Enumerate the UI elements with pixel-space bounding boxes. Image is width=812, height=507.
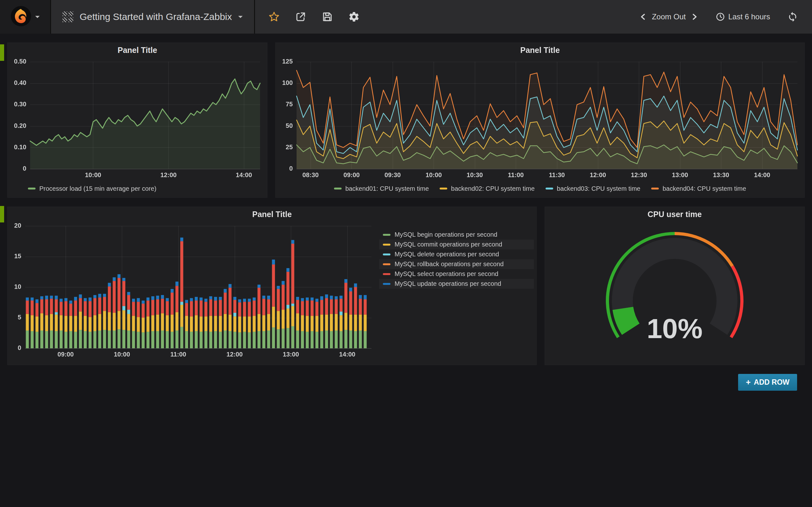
dashboard-title: Getting Started with Grafana-Zabbix	[80, 11, 232, 22]
legend-marker	[383, 273, 391, 275]
add-row-button[interactable]: + ADD ROW	[738, 374, 797, 391]
plus-icon: +	[746, 377, 751, 387]
legend-item[interactable]: MySQL delete operations per second	[379, 249, 534, 259]
panel-legend: backend01: CPU system time backend02: CP…	[275, 181, 804, 195]
legend-marker	[383, 244, 391, 245]
cpu-system-time-chart[interactable]	[278, 57, 803, 181]
chevron-right-icon	[690, 13, 699, 21]
dashboard-body: Panel Title Processor load (15 min avera…	[0, 34, 812, 391]
grafana-main-menu-button[interactable]	[0, 0, 51, 34]
star-button[interactable]	[268, 11, 280, 22]
legend-item[interactable]: MySQL commit operations per second	[379, 239, 534, 249]
add-row-bar: + ADD ROW	[7, 374, 805, 391]
share-button[interactable]	[295, 11, 306, 22]
clock-icon	[716, 12, 725, 21]
svg-text:10%: 10%	[647, 313, 703, 344]
row-toggle-strip[interactable]	[0, 44, 4, 61]
time-back-button[interactable]	[639, 13, 647, 21]
chevron-left-icon	[639, 13, 647, 21]
legend-item[interactable]: MySQL select operations per second	[379, 269, 534, 279]
dashboard-grid-icon	[62, 11, 73, 22]
legend-marker	[334, 187, 342, 189]
panel-legend: MySQL begin operations per second MySQL …	[379, 222, 537, 361]
panel-title[interactable]: Panel Title	[275, 43, 804, 57]
legend-item[interactable]: backend02: CPU system time	[440, 185, 535, 192]
dashboard-row-1: Panel Title Processor load (15 min avera…	[7, 43, 805, 198]
panel-title[interactable]: Panel Title	[8, 43, 267, 57]
legend-marker	[383, 253, 391, 256]
refresh-button[interactable]	[787, 11, 798, 22]
panel-cpu-system-time: Panel Title backend01: CPU system time b…	[275, 43, 805, 198]
caret-down-icon	[238, 16, 243, 20]
legend-item[interactable]: MySQL begin operations per second	[379, 230, 534, 239]
mysql-operations-chart[interactable]	[10, 222, 376, 361]
grafana-logo-icon	[10, 6, 32, 28]
legend-item[interactable]: backend03: CPU system time	[546, 185, 641, 192]
panel-legend: Processor load (15 min average per core)	[8, 181, 267, 195]
legend-item[interactable]: backend04: CPU system time	[651, 185, 746, 192]
gear-icon	[348, 11, 360, 22]
panel-mysql-operations: Panel Title MySQL begin operations per s…	[7, 207, 537, 365]
dashboard-row-2: Panel Title MySQL begin operations per s…	[7, 207, 805, 365]
legend-marker	[651, 187, 659, 189]
share-icon	[295, 11, 306, 22]
dashboard-actions	[255, 0, 373, 34]
time-controls: Zoom Out Last 6 hours	[639, 11, 812, 22]
legend-item[interactable]: backend01: CPU system time	[334, 185, 429, 192]
refresh-icon	[787, 11, 798, 22]
dashboard-title-button[interactable]: Getting Started with Grafana-Zabbix	[51, 0, 255, 34]
legend-item[interactable]: Processor load (15 min average per core)	[39, 185, 156, 192]
star-icon	[268, 11, 280, 22]
legend-marker	[440, 187, 447, 189]
panel-processor-load: Panel Title Processor load (15 min avera…	[7, 43, 267, 198]
zoom-out-button[interactable]: Zoom Out	[652, 12, 686, 21]
panel-cpu-user-time: CPU user time 10%	[545, 207, 805, 365]
panel-title[interactable]: CPU user time	[545, 207, 804, 222]
cpu-user-time-gauge: 10%	[545, 222, 804, 363]
processor-load-chart[interactable]	[10, 57, 265, 181]
time-range-label: Last 6 hours	[728, 12, 770, 21]
grafana-dashboard: Getting Started with Grafana-Zabbix	[0, 0, 812, 507]
panel-title[interactable]: Panel Title	[8, 207, 537, 222]
legend-marker	[383, 283, 391, 285]
legend-item[interactable]: MySQL rollback operations per second	[379, 259, 534, 269]
save-icon	[322, 11, 333, 22]
caret-down-icon	[35, 16, 40, 20]
legend-marker	[546, 187, 553, 189]
legend-marker	[383, 263, 391, 265]
time-forward-button[interactable]	[690, 13, 699, 21]
legend-item[interactable]: MySQL update operations per second	[379, 279, 534, 289]
legend-marker	[28, 187, 36, 189]
top-navbar: Getting Started with Grafana-Zabbix	[0, 0, 812, 34]
row-toggle-strip[interactable]	[0, 206, 4, 222]
settings-button[interactable]	[348, 11, 360, 22]
time-range-button[interactable]: Last 6 hours	[716, 12, 770, 21]
legend-marker	[383, 234, 391, 236]
save-button[interactable]	[322, 11, 333, 22]
